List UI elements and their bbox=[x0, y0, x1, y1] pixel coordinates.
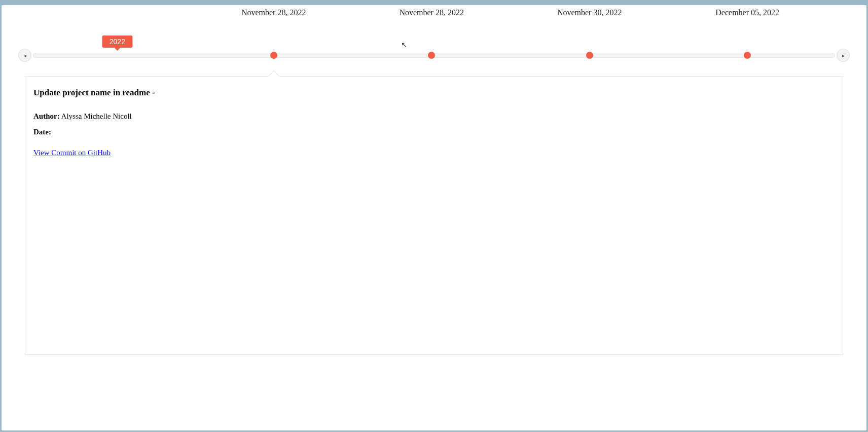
timeline-event-label: December 05, 2022 bbox=[715, 8, 779, 17]
timeline-prev-button[interactable]: ◂ bbox=[18, 49, 31, 62]
app-frame: ◂ ▸ 2022 November 28, 2022November 28, 2… bbox=[2, 5, 866, 430]
chevron-right-icon: ▸ bbox=[842, 53, 845, 58]
commit-title: Update project name in readme - bbox=[33, 88, 835, 98]
commit-date-line: Date: bbox=[33, 128, 835, 136]
author-name: Alyssa Michelle Nicoll bbox=[61, 112, 132, 120]
timeline-event-dot[interactable] bbox=[428, 52, 435, 59]
timeline-event-dot[interactable] bbox=[586, 52, 593, 59]
view-commit-link[interactable]: View Commit on GitHub bbox=[33, 149, 111, 157]
detail-card: Update project name in readme - Author: … bbox=[25, 76, 843, 355]
timeline-event-label: November 30, 2022 bbox=[557, 8, 622, 17]
timeline-next-button[interactable]: ▸ bbox=[837, 49, 850, 62]
timeline-event-label: November 28, 2022 bbox=[399, 8, 464, 17]
detail-card-wrap: Update project name in readme - Author: … bbox=[25, 76, 843, 355]
date-label: Date: bbox=[33, 128, 51, 136]
year-flag-label: 2022 bbox=[110, 38, 125, 46]
timeline: ◂ ▸ 2022 November 28, 2022November 28, 2… bbox=[25, 30, 843, 66]
pointer-cursor-icon: ↖ bbox=[401, 41, 407, 49]
commit-author-line: Author: Alyssa Michelle Nicoll bbox=[33, 112, 835, 121]
timeline-event-dot[interactable] bbox=[744, 52, 751, 59]
author-label: Author: bbox=[33, 112, 60, 120]
chevron-left-icon: ◂ bbox=[24, 53, 26, 58]
timeline-event-dot[interactable] bbox=[270, 52, 277, 59]
timeline-event-label: November 28, 2022 bbox=[241, 8, 306, 17]
timeline-year-flag: 2022 bbox=[102, 35, 132, 48]
